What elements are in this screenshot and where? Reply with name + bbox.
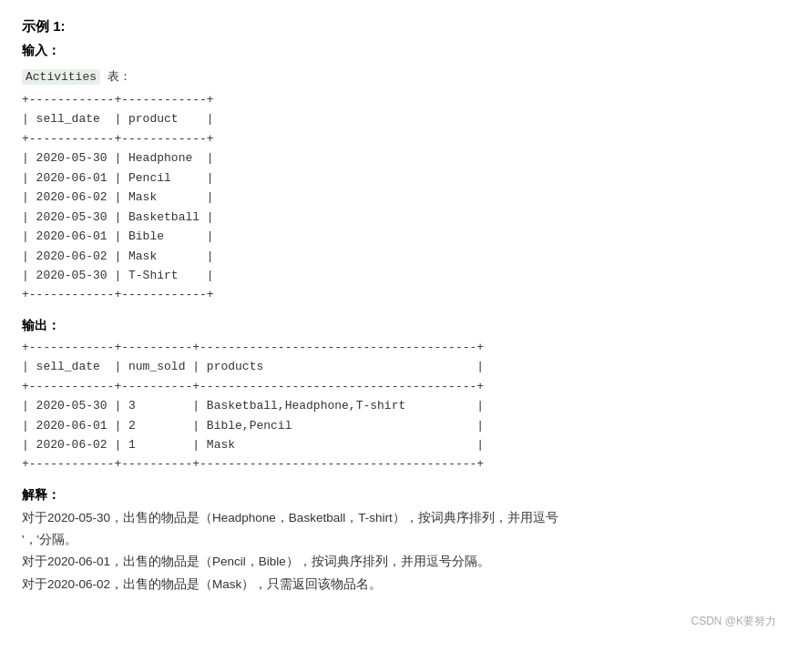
activities-suffix: 表：	[100, 70, 131, 84]
input-section: 输入： Activities 表： +------------+--------…	[22, 43, 776, 305]
explain-line-3: 对于2020-06-02，出售的物品是（Mask），只需返回该物品名。	[22, 574, 776, 596]
input-label-row: 输入：	[22, 43, 776, 63]
input-label: 输入：	[22, 43, 60, 59]
output-section: 输出： +------------+----------+-----------…	[22, 318, 776, 474]
activities-code: Activities	[22, 69, 100, 85]
page-container: 示例 1: 输入： Activities 表： +------------+--…	[22, 18, 776, 629]
activities-row: Activities 表：	[22, 68, 776, 85]
explain-section: 解释： 对于2020-05-30，出售的物品是（Headphone，Basket…	[22, 487, 776, 596]
footer: CSDN @K要努力	[22, 614, 776, 629]
explain-line-1: 对于2020-05-30，出售的物品是（Headphone，Basketball…	[22, 507, 776, 552]
example-title: 示例 1:	[22, 18, 776, 36]
input-table: +------------+------------+ | sell_date …	[22, 90, 776, 305]
explain-text: 对于2020-05-30，出售的物品是（Headphone，Basketball…	[22, 507, 776, 596]
output-table: +------------+----------+---------------…	[22, 338, 776, 474]
explain-line-2: 对于2020-06-01，出售的物品是（Pencil，Bible），按词典序排列…	[22, 551, 776, 573]
explain-label: 解释：	[22, 487, 776, 504]
output-label: 输出：	[22, 318, 776, 334]
